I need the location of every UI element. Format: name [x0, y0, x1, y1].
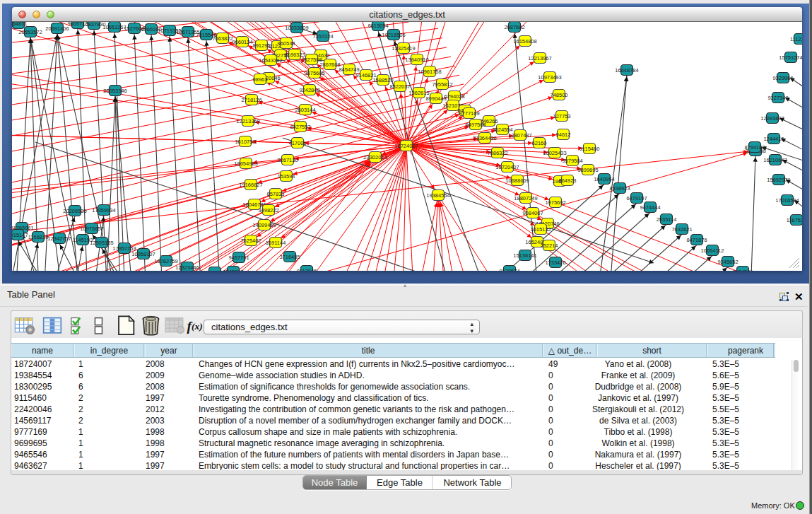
- svg-text:17359934: 17359934: [92, 207, 115, 214]
- svg-text:9474444: 9474444: [640, 204, 660, 211]
- svg-text:127753: 127753: [553, 113, 570, 119]
- svg-text:9245652: 9245652: [717, 259, 738, 265]
- svg-text:20206536: 20206536: [63, 208, 86, 214]
- svg-text:10975857: 10975857: [80, 226, 103, 232]
- svg-text:8427552: 8427552: [290, 124, 310, 130]
- svg-text:12093873: 12093873: [760, 115, 784, 122]
- svg-text:19384554: 19384554: [426, 192, 449, 199]
- svg-text:3875685: 3875685: [304, 70, 324, 76]
- svg-text:9660124: 9660124: [232, 39, 252, 45]
- svg-text:3915147: 3915147: [12, 232, 28, 238]
- svg-text:2867608: 2867608: [319, 62, 340, 68]
- svg-text:7986322: 7986322: [487, 150, 507, 156]
- svg-text:14099469: 14099469: [252, 222, 276, 228]
- svg-text:10653267: 10653267: [102, 24, 126, 30]
- svg-text:23302013: 23302013: [363, 154, 387, 160]
- svg-text:16648784: 16648784: [615, 67, 638, 74]
- svg-text:8471876: 8471876: [686, 237, 707, 243]
- svg-text:6794028: 6794028: [444, 93, 464, 100]
- svg-text:1691144: 1691144: [266, 240, 286, 246]
- svg-text:16543382: 16543382: [259, 57, 282, 64]
- svg-text:9329966: 9329966: [772, 75, 793, 81]
- svg-text:2687682: 2687682: [504, 24, 524, 30]
- svg-text:1610753: 1610753: [235, 139, 255, 145]
- svg-text:10961758: 10961758: [418, 69, 441, 75]
- svg-text:16154808: 16154808: [513, 38, 536, 45]
- svg-text:954851: 954851: [12, 22, 28, 27]
- svg-text:8112045: 8112045: [297, 268, 317, 271]
- svg-text:417006: 417006: [288, 140, 306, 146]
- svg-text:13640910: 13640910: [405, 57, 428, 63]
- svg-text:15136141: 15136141: [513, 252, 536, 259]
- svg-text:8990443: 8990443: [425, 95, 446, 102]
- svg-text:1733426: 1733426: [545, 259, 565, 266]
- svg-text:1156819: 1156819: [28, 234, 49, 240]
- svg-text:12213967: 12213967: [528, 55, 551, 62]
- svg-text:8764532: 8764532: [204, 269, 225, 271]
- svg-text:3498222: 3498222: [258, 207, 278, 214]
- svg-text:8938923: 8938923: [609, 185, 630, 192]
- svg-text:1615132: 1615132: [530, 226, 551, 233]
- svg-text:3716485: 3716485: [279, 254, 300, 260]
- svg-text:10654112: 10654112: [701, 247, 724, 254]
- svg-text:864923: 864923: [558, 177, 576, 184]
- svg-text:891295: 891295: [252, 42, 270, 49]
- svg-text:17016504: 17016504: [775, 197, 799, 204]
- svg-text:19654983: 19654983: [234, 160, 257, 167]
- svg-text:13325419: 13325419: [392, 45, 415, 52]
- svg-text:10807487: 10807487: [508, 132, 531, 139]
- svg-text:1167534: 1167534: [787, 217, 802, 223]
- svg-text:12505135: 12505135: [90, 240, 113, 246]
- svg-text:2718126: 2718126: [241, 97, 261, 103]
- svg-text:62160: 62160: [532, 140, 547, 146]
- svg-text:8794162: 8794162: [744, 144, 765, 151]
- svg-text:9579584: 9579584: [562, 158, 582, 164]
- svg-text:9084067: 9084067: [522, 210, 543, 216]
- svg-text:10688609: 10688609: [505, 177, 529, 184]
- svg-text:252214: 252214: [540, 243, 558, 249]
- svg-text:15751074: 15751074: [779, 54, 802, 61]
- svg-text:20553572: 20553572: [18, 29, 42, 35]
- svg-text:7632621: 7632621: [671, 226, 692, 233]
- svg-text:12213369: 12213369: [236, 118, 259, 124]
- svg-text:10033809: 10033809: [285, 25, 308, 31]
- svg-text:8322037: 8322037: [389, 83, 410, 90]
- svg-text:2935114: 2935114: [657, 216, 677, 223]
- svg-text:8813054: 8813054: [367, 23, 388, 29]
- svg-text:9327508: 9327508: [301, 57, 322, 63]
- svg-text:16782759: 16782759: [154, 258, 177, 264]
- svg-text:9924501: 9924501: [732, 269, 753, 271]
- svg-text:9227349: 9227349: [767, 95, 788, 101]
- svg-text:15720407: 15720407: [495, 164, 519, 170]
- svg-text:7955812: 7955812: [432, 81, 452, 88]
- svg-text:12342757: 12342757: [47, 235, 71, 242]
- svg-text:1975692: 1975692: [545, 199, 565, 206]
- svg-text:10973493: 10973493: [538, 74, 561, 81]
- svg-text:1588520: 1588520: [372, 77, 393, 83]
- svg-text:18724007: 18724007: [394, 143, 418, 149]
- svg-text:6479197: 6479197: [626, 195, 647, 201]
- svg-text:9899695: 9899695: [577, 167, 598, 173]
- svg-text:9457791: 9457791: [228, 255, 249, 261]
- svg-text:26053346: 26053346: [103, 88, 126, 94]
- svg-text:7663822: 7663822: [212, 35, 233, 42]
- svg-text:16210643: 16210643: [763, 157, 787, 163]
- svg-text:19166827: 19166827: [239, 182, 262, 188]
- svg-text:9115460: 9115460: [579, 146, 600, 152]
- svg-text:19218506: 19218506: [382, 32, 405, 38]
- svg-text:9245083: 9245083: [223, 269, 243, 271]
- svg-text:98963: 98963: [253, 76, 268, 83]
- svg-text:7625402: 7625402: [240, 238, 261, 244]
- svg-text:10025433: 10025433: [543, 150, 566, 156]
- svg-text:21364436: 21364436: [473, 135, 496, 141]
- svg-text:7357224: 7357224: [312, 33, 333, 40]
- svg-text:1640954: 1640954: [594, 176, 614, 182]
- svg-text:1112384: 1112384: [790, 36, 802, 42]
- svg-text:20691406: 20691406: [45, 25, 69, 32]
- svg-text:18807249: 18807249: [514, 195, 537, 201]
- svg-text:1244415: 1244415: [763, 136, 784, 142]
- svg-text:9777169: 9777169: [459, 110, 479, 117]
- svg-text:2803144: 2803144: [295, 107, 315, 113]
- svg-text:9242848: 9242848: [299, 87, 319, 93]
- svg-text:6497568: 6497568: [465, 122, 486, 128]
